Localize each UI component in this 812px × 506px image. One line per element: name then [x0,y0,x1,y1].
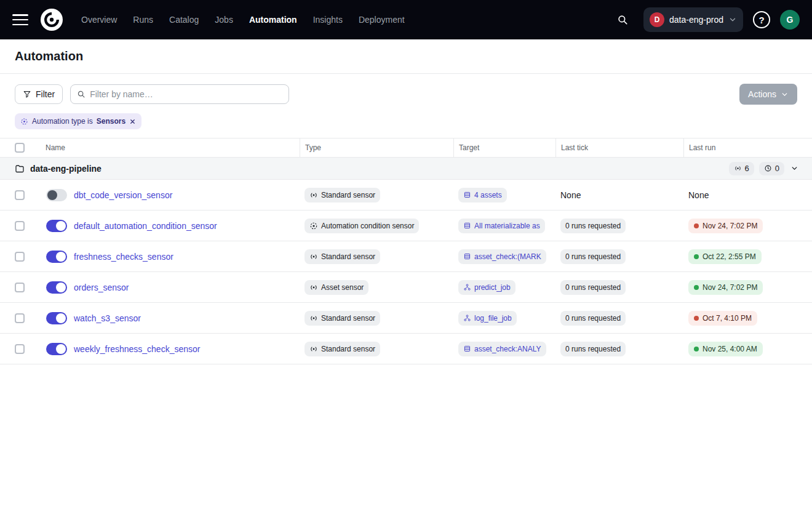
row-checkbox[interactable] [15,221,25,231]
user-initial: G [787,15,794,25]
sensor-name-link[interactable]: orders_sensor [74,283,129,292]
row-checkbox[interactable] [15,313,25,323]
nav-right-cluster: D data-eng-prod ? G [611,7,800,32]
nav-item-deployment[interactable]: Deployment [359,15,405,25]
table-row: orders_sensor Asset sensor predict_job 0… [0,272,812,303]
page-title: Automation [15,49,797,63]
sensor-toggle[interactable] [46,343,67,355]
help-glyph: ? [758,15,764,25]
sensor-name-link[interactable]: weekly_freshness_check_sensor [74,344,200,354]
nav-menu: Overview Runs Catalog Jobs Automation In… [81,15,405,25]
last-tick-badge: 0 runs requested [560,249,626,264]
dagster-logo-icon[interactable] [39,7,64,32]
sensor-toggle[interactable] [46,251,67,263]
search-icon[interactable] [611,9,634,31]
job-icon [463,283,471,291]
nav-item-jobs[interactable]: Jobs [215,15,233,25]
column-header-name: Name [39,139,300,157]
filter-chip-prefix: Automation type is [32,117,93,126]
sensor-target-link[interactable]: asset_check:(MARK [458,249,546,264]
filter-button[interactable]: Filter [15,84,63,104]
actions-button[interactable]: Actions [739,84,797,105]
success-dot-icon [694,285,699,290]
sensor-name-link[interactable]: default_automation_condition_sensor [74,221,217,231]
help-icon[interactable]: ? [753,11,770,28]
sensor-target-link[interactable]: 4 assets [458,188,507,203]
sensor-name-link[interactable]: watch_s3_sensor [74,313,141,323]
nav-item-runs[interactable]: Runs [133,15,153,25]
menu-icon[interactable] [12,14,28,25]
table-row: freshness_checks_sensor Standard sensor … [0,241,812,272]
sensor-toggle[interactable] [46,220,67,232]
last-run-value: None [688,190,709,200]
sensor-icon [309,345,318,353]
active-filters-row: Automation type is Sensors [0,113,812,139]
sensor-name-link[interactable]: dbt_code_version_sensor [74,190,172,200]
sensor-toggle[interactable] [46,281,67,294]
page-header: Automation [0,39,812,74]
code-location-group-row[interactable]: data-eng-pipeline 6 0 [0,158,812,180]
sensor-type-badge: Standard sensor [304,188,380,203]
sensor-target-link[interactable]: All materializable as [458,219,545,233]
success-dot-icon [694,347,699,351]
sensor-icon [309,252,318,261]
row-checkbox[interactable] [15,190,25,200]
asset-icon [463,191,471,199]
close-icon[interactable] [129,118,136,125]
select-all-checkbox[interactable] [15,143,25,153]
sensor-type-badge: Asset sensor [304,280,368,295]
last-run-status-badge[interactable]: Oct 7, 4:10 PM [688,311,757,326]
last-run-status-badge[interactable]: Nov 25, 4:00 AM [688,342,763,356]
last-tick-badge: 0 runs requested [560,219,626,233]
column-header-type: Type [300,139,453,157]
last-tick-badge: 0 runs requested [560,311,626,326]
chevron-down-icon [728,15,737,24]
last-tick-badge: 0 runs requested [560,280,626,295]
sensor-target-link[interactable]: log_file_job [458,311,517,326]
nav-item-insights[interactable]: Insights [313,15,343,25]
nav-item-automation[interactable]: Automation [249,15,297,25]
last-run-status-badge[interactable]: Nov 24, 7:02 PM [688,219,763,233]
top-nav: Overview Runs Catalog Jobs Automation In… [0,0,812,39]
nav-item-catalog[interactable]: Catalog [169,15,199,25]
toolbar: Filter Actions [0,74,812,113]
asset-icon [463,222,471,230]
sensor-name-link[interactable]: freshness_checks_sensor [74,252,173,262]
asset-icon [463,252,471,260]
last-run-status-badge[interactable]: Nov 24, 7:02 PM [688,280,763,295]
automation-condition-icon [309,222,318,230]
sensor-type-badge: Standard sensor [304,342,380,356]
sensor-toggle[interactable] [46,189,67,201]
automation-condition-icon [20,118,28,126]
sensor-toggle[interactable] [46,312,67,324]
row-checkbox[interactable] [15,252,25,262]
table-row: default_automation_condition_sensor Auto… [0,211,812,241]
table-header: Name Type Target Last tick Last run [0,139,812,158]
failure-dot-icon [694,223,699,228]
job-icon [463,314,471,322]
table-row: weekly_freshness_check_sensor Standard s… [0,334,812,364]
table-row: dbt_code_version_sensor Standard sensor … [0,180,812,211]
sensors-table: Name Type Target Last tick Last run data… [0,139,812,364]
failure-dot-icon [694,316,699,321]
sensors-count: 6 [745,164,749,173]
last-run-status-badge[interactable]: Oct 22, 2:55 PM [688,249,762,264]
actions-button-label: Actions [748,89,776,99]
column-header-last-run: Last run [683,139,812,157]
user-avatar[interactable]: G [780,10,800,30]
filter-chip-automation-type[interactable]: Automation type is Sensors [15,113,141,129]
filter-chip-value: Sensors [97,117,125,126]
collapse-group-chevron-icon[interactable] [789,163,800,174]
search-input[interactable] [90,89,282,99]
name-filter-search[interactable] [70,84,289,104]
chevron-down-icon [781,90,789,98]
workspace-switcher[interactable]: D data-eng-prod [643,7,743,32]
column-header-last-tick: Last tick [555,139,683,157]
workspace-avatar: D [650,12,664,27]
nav-item-overview[interactable]: Overview [81,15,117,25]
workspace-name: data-eng-prod [669,15,723,25]
sensor-target-link[interactable]: predict_job [458,280,515,295]
row-checkbox[interactable] [15,344,25,354]
sensor-target-link[interactable]: asset_check:ANALY [458,342,546,356]
row-checkbox[interactable] [15,283,25,292]
